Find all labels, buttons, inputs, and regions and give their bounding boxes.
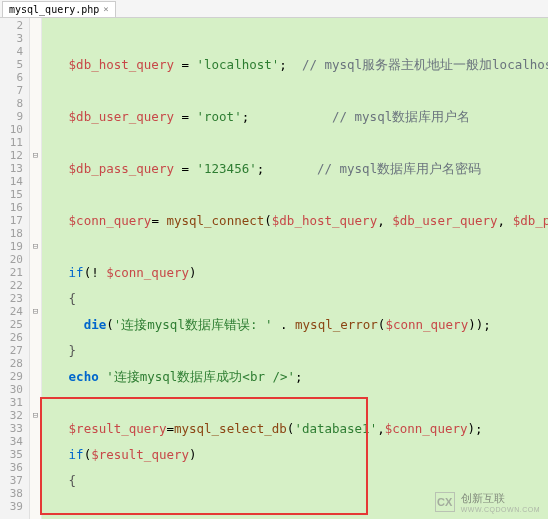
code-line [46,240,544,253]
fold-toggle-icon[interactable]: ⊟ [30,240,41,253]
line-number: 38 [0,487,23,500]
line-number: 20 [0,253,23,266]
fold-spacer [30,188,41,201]
fold-spacer [30,110,41,123]
line-number: 37 [0,474,23,487]
fold-spacer [30,513,41,519]
fold-spacer [30,370,41,383]
fold-spacer [30,266,41,279]
fold-spacer [30,292,41,305]
code-area[interactable]: $db_host_query = 'localhost'; // mysql服务… [42,18,548,519]
line-number: 13 [0,162,23,175]
line-number: 17 [0,214,23,227]
fold-spacer [30,58,41,71]
code-editor[interactable]: 2345678910111213141516171819202122232425… [0,18,548,519]
tab-label: mysql_query.php [9,4,99,15]
line-number: 30 [0,383,23,396]
code-line: $db_host_query = 'localhost'; // mysql服务… [46,58,544,71]
fold-spacer [30,201,41,214]
fold-toggle-icon[interactable]: ⊟ [30,409,41,422]
fold-spacer [30,32,41,45]
watermark-text: 创新互联 WWW.CQDOWN.COM [461,491,540,513]
fold-spacer [30,344,41,357]
code-line: { [46,292,544,305]
fold-spacer [30,97,41,110]
line-number: 26 [0,331,23,344]
fold-spacer [30,487,41,500]
line-number: 22 [0,279,23,292]
fold-spacer [30,136,41,149]
code-line: { [46,474,544,487]
fold-spacer [30,461,41,474]
line-number: 31 [0,396,23,409]
line-number: 29 [0,370,23,383]
line-number: 28 [0,357,23,370]
code-line: $db_user_query = 'root'; // mysql数据库用户名 [46,110,544,123]
fold-spacer [30,500,41,513]
line-number: 34 [0,435,23,448]
line-number: 11 [0,136,23,149]
tab-bar: mysql_query.php × [0,0,548,18]
code-line: die('连接mysql数据库错误: ' . mysql_error($conn… [46,318,544,331]
code-line: $conn_query= mysql_connect($db_host_quer… [46,214,544,227]
line-number: 19 [0,240,23,253]
fold-spacer [30,19,41,32]
line-number: 5 [0,58,23,71]
fold-spacer [30,396,41,409]
code-line [46,136,544,149]
line-number: 23 [0,292,23,305]
fold-toggle-icon[interactable]: ⊟ [30,305,41,318]
code-line [46,188,544,201]
fold-spacer [30,474,41,487]
code-line: $db_pass_query = '123456'; // mysql数据库用户… [46,162,544,175]
fold-spacer [30,435,41,448]
close-icon[interactable]: × [103,4,108,14]
file-tab[interactable]: mysql_query.php × [2,1,116,17]
line-number: 36 [0,461,23,474]
code-line: if($result_query) [46,448,544,461]
line-number: 33 [0,422,23,435]
line-number: 3 [0,32,23,45]
fold-spacer [30,253,41,266]
watermark: CX 创新互联 WWW.CQDOWN.COM [435,491,540,513]
line-number: 8 [0,97,23,110]
fold-spacer [30,71,41,84]
line-number: 39 [0,500,23,513]
line-number: 4 [0,45,23,58]
fold-spacer [30,318,41,331]
fold-column: ⊟⊟⊟⊟ [30,18,42,519]
line-number: 32 [0,409,23,422]
line-number: 15 [0,188,23,201]
line-number: 25 [0,318,23,331]
fold-spacer [30,162,41,175]
line-number: 27 [0,344,23,357]
line-number: 24 [0,305,23,318]
fold-spacer [30,214,41,227]
line-gutter: 2345678910111213141516171819202122232425… [0,18,30,519]
watermark-logo-icon: CX [435,492,455,512]
fold-spacer [30,331,41,344]
line-number: 35 [0,448,23,461]
fold-spacer [30,84,41,97]
code-line: $result_query=mysql_select_db('database1… [46,422,544,435]
code-line: if(! $conn_query) [46,266,544,279]
fold-toggle-icon[interactable]: ⊟ [30,149,41,162]
line-number: 7 [0,84,23,97]
code-line [46,84,544,97]
line-number: 16 [0,201,23,214]
line-number: 9 [0,110,23,123]
line-number: 14 [0,175,23,188]
fold-spacer [30,383,41,396]
line-number: 2 [0,19,23,32]
fold-spacer [30,175,41,188]
line-number: 6 [0,71,23,84]
code-line: echo '连接mysql数据库成功<br />'; [46,370,544,383]
fold-spacer [30,227,41,240]
line-number: 18 [0,227,23,240]
fold-spacer [30,357,41,370]
fold-spacer [30,45,41,58]
fold-spacer [30,123,41,136]
line-number: 12 [0,149,23,162]
fold-spacer [30,448,41,461]
code-line [46,396,544,409]
